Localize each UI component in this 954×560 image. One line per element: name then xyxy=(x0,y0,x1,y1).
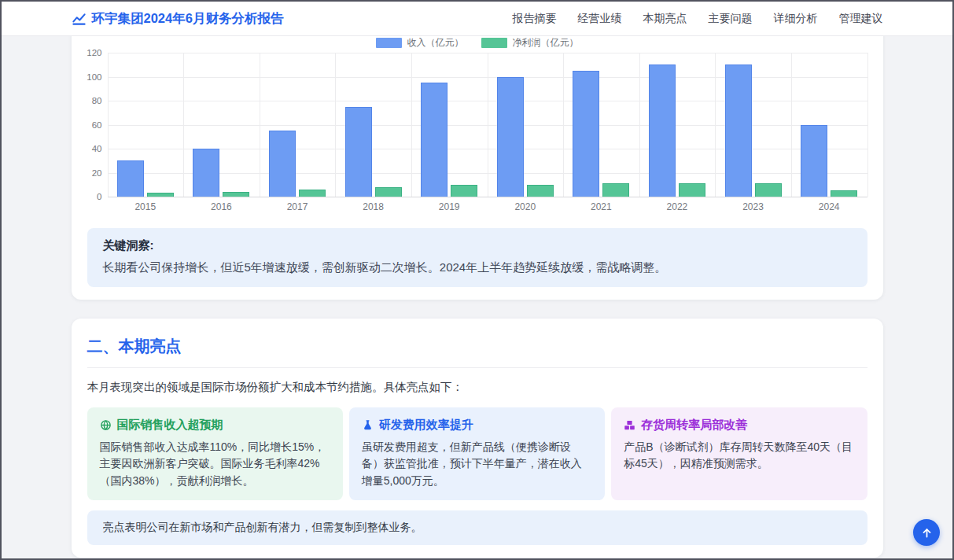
bar-group-2016 xyxy=(183,53,260,197)
bar-group-2022 xyxy=(639,53,716,197)
bar xyxy=(801,125,827,197)
bar xyxy=(147,193,174,197)
x-tick-label: 2016 xyxy=(183,201,260,212)
bar-group-2015 xyxy=(108,53,184,197)
nav-item[interactable]: 详细分析 xyxy=(774,12,818,26)
insight-text: 长期看公司保持增长，但近5年增速放缓，需创新驱动二次增长。2024年上半年趋势延… xyxy=(103,259,852,277)
x-tick-label: 2018 xyxy=(335,201,411,212)
highlight-title: 研发费用效率提升 xyxy=(362,418,592,433)
x-tick-label: 2022 xyxy=(639,201,716,212)
bar xyxy=(527,185,554,197)
gridline xyxy=(108,197,867,197)
bar xyxy=(831,190,857,197)
x-tick-label: 2015 xyxy=(108,201,184,212)
highlight-title-text: 存货周转率局部改善 xyxy=(641,418,747,433)
highlights-section-card: 二、本期亮点 本月表现突出的领域是国际市场份额扩大和成本节约措施。具体亮点如下：… xyxy=(72,319,883,558)
bar xyxy=(602,183,629,197)
x-tick-label: 2019 xyxy=(411,201,488,212)
x-tick-label: 2017 xyxy=(260,201,336,212)
bar xyxy=(117,160,144,197)
revenue-profit-chart-card: 收入（亿元）净利润（亿元） 020406080100120 2015201620… xyxy=(72,36,883,300)
key-insight-box: 关键洞察: 长期看公司保持增长，但近5年增速放缓，需创新驱动二次增长。2024年… xyxy=(87,228,867,287)
bar-group-2020 xyxy=(487,53,563,197)
bar xyxy=(193,149,219,197)
x-tick-label: 2023 xyxy=(715,201,791,212)
bar-chart: 020406080100120 xyxy=(87,53,867,197)
highlight-card-inventory-turnover: 存货周转率局部改善 产品B（诊断试剂）库存周转天数降至40天（目标45天），因精… xyxy=(611,407,867,500)
back-to-top-button[interactable] xyxy=(913,519,940,546)
chart-x-axis: 2015201620172018201920202021202220232024 xyxy=(108,201,867,212)
y-tick-label: 0 xyxy=(97,192,101,201)
section-intro: 本月表现突出的领域是国际市场份额扩大和成本节约措施。具体亮点如下： xyxy=(87,380,867,395)
nav-item[interactable]: 本期亮点 xyxy=(643,12,687,26)
x-tick-label: 2021 xyxy=(563,201,639,212)
bar xyxy=(725,64,752,197)
legend-item[interactable]: 收入（亿元） xyxy=(376,36,464,50)
y-tick-label: 100 xyxy=(87,72,101,82)
nav-menu: 报告摘要经营业绩本期亮点主要问题详细分析管理建议 xyxy=(513,12,883,26)
bar-group-2017 xyxy=(260,53,336,197)
cubes-icon xyxy=(624,419,635,431)
nav-item[interactable]: 管理建议 xyxy=(839,12,883,26)
bar xyxy=(375,187,402,197)
report-title-brand: 环宇集团2024年6月财务分析报告 xyxy=(72,10,284,28)
nav-item[interactable]: 经营业绩 xyxy=(578,12,622,26)
highlight-text: 国际销售部收入达成率110%，同比增长15%，主要因欧洲新客户突破。国际业务毛利… xyxy=(100,439,330,490)
bar xyxy=(269,131,296,197)
arrow-up-icon xyxy=(921,527,933,539)
globe-icon xyxy=(100,419,112,431)
highlight-card-international-sales: 国际销售收入超预期 国际销售部收入达成率110%，同比增长15%，主要因欧洲新客… xyxy=(87,407,343,500)
flask-icon xyxy=(362,419,374,431)
legend-label: 净利润（亿元） xyxy=(513,36,579,50)
nav-item[interactable]: 报告摘要 xyxy=(513,12,557,26)
y-tick-label: 60 xyxy=(92,120,102,130)
page-content: 收入（亿元）净利润（亿元） 020406080100120 2015201620… xyxy=(2,36,952,558)
bar-group-2021 xyxy=(563,53,639,197)
bar xyxy=(223,192,249,197)
section-title: 二、本期亮点 xyxy=(87,336,867,368)
top-navbar: 环宇集团2024年6月财务分析报告 报告摘要经营业绩本期亮点主要问题详细分析管理… xyxy=(2,2,952,36)
bar-groups xyxy=(108,53,867,197)
highlight-text: 产品B（诊断试剂）库存周转天数降至40天（目标45天），因精准预测需求。 xyxy=(624,439,854,473)
highlight-text: 虽研发费用超支，但新产品线（便携诊断设备）获监管批准，预计下半年量产，潜在收入增… xyxy=(362,439,592,490)
y-tick-label: 40 xyxy=(92,144,102,153)
bar xyxy=(345,107,372,197)
bar-group-2019 xyxy=(411,53,488,197)
bar-group-2023 xyxy=(715,53,791,197)
highlight-title: 国际销售收入超预期 xyxy=(100,418,330,433)
gridline xyxy=(867,53,868,197)
insight-label: 关键洞察: xyxy=(103,238,852,253)
chart-plot xyxy=(108,53,867,197)
bar xyxy=(649,64,676,197)
bar-group-2018 xyxy=(335,53,411,197)
y-tick-label: 80 xyxy=(92,96,102,105)
highlight-title-text: 研发费用效率提升 xyxy=(379,418,473,433)
bar xyxy=(299,190,326,197)
y-tick-label: 120 xyxy=(87,48,101,57)
bar xyxy=(755,183,782,197)
x-tick-label: 2020 xyxy=(487,201,563,212)
legend-swatch xyxy=(481,38,507,48)
highlight-cards: 国际销售收入超预期 国际销售部收入达成率110%，同比增长15%，主要因欧洲新客… xyxy=(87,407,867,500)
line-chart-icon xyxy=(72,11,87,26)
page: 环宇集团2024年6月财务分析报告 报告摘要经营业绩本期亮点主要问题详细分析管理… xyxy=(0,0,954,560)
bar xyxy=(421,83,448,197)
chart-legend: 收入（亿元）净利润（亿元） xyxy=(87,37,867,48)
bar xyxy=(679,183,705,197)
highlights-summary-box: 亮点表明公司在新市场和产品创新有潜力，但需复制到整体业务。 xyxy=(87,510,867,545)
bar-group-2024 xyxy=(791,53,867,197)
bar xyxy=(573,71,599,197)
page-title: 环宇集团2024年6月财务分析报告 xyxy=(92,10,284,28)
legend-swatch xyxy=(376,38,402,48)
bar xyxy=(497,77,524,197)
highlight-title-text: 国际销售收入超预期 xyxy=(117,418,223,433)
legend-label: 收入（亿元） xyxy=(407,36,464,50)
highlight-card-rd-efficiency: 研发费用效率提升 虽研发费用超支，但新产品线（便携诊断设备）获监管批准，预计下半… xyxy=(349,407,605,500)
bar xyxy=(451,185,477,197)
x-tick-label: 2024 xyxy=(791,201,867,212)
highlight-title: 存货周转率局部改善 xyxy=(624,418,854,433)
chart-y-axis: 020406080100120 xyxy=(87,53,108,197)
y-tick-label: 20 xyxy=(92,168,102,178)
legend-item[interactable]: 净利润（亿元） xyxy=(481,36,579,50)
nav-item[interactable]: 主要问题 xyxy=(709,12,753,26)
